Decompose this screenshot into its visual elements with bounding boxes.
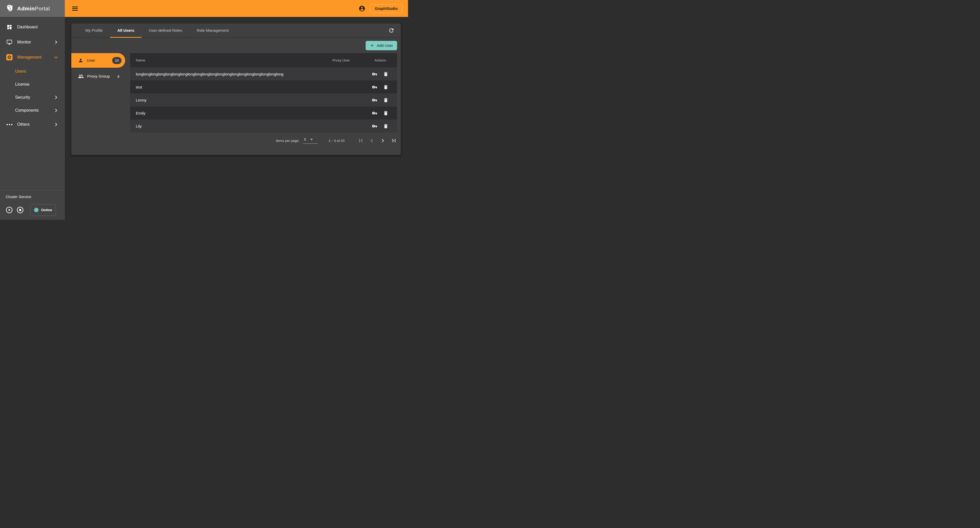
graphstudio-button[interactable]: GraphStudio: [370, 4, 402, 13]
chevron-down-icon: [53, 55, 59, 60]
tab-my-profile[interactable]: My Profile: [78, 24, 110, 37]
sidebar-item-label: Management: [17, 55, 41, 60]
tab-user-defined-roles[interactable]: User-defined Roles: [142, 24, 189, 37]
sidebar-nav: Dashboard Monitor Management: [0, 17, 65, 132]
sidebar-item-monitor[interactable]: Monitor: [0, 35, 65, 50]
col-name: Name: [130, 58, 319, 62]
user-name: Emily: [130, 111, 319, 115]
user-count-badge: 10: [112, 57, 121, 64]
brand-name: AdminPortal: [17, 5, 50, 12]
sidebar-item-label: Components: [15, 108, 39, 113]
sidebar-item-label: Security: [15, 95, 30, 100]
ellipsis-icon: [6, 121, 13, 128]
tab-all-users[interactable]: All Users: [110, 24, 142, 37]
sidebar-item-label: Others: [17, 122, 30, 127]
sidebar-item-license[interactable]: License: [0, 78, 65, 91]
topbar: GraphStudio: [65, 0, 408, 17]
entity-proxy-group[interactable]: Proxy Group 4: [71, 70, 125, 82]
table-toolbar: Add User: [71, 38, 401, 53]
chevron-right-icon: [53, 95, 59, 100]
sidebar-item-dashboard[interactable]: Dashboard: [0, 19, 65, 35]
delete-icon[interactable]: [383, 97, 388, 103]
sidebar-item-label: Dashboard: [17, 25, 37, 29]
key-icon[interactable]: [372, 123, 377, 129]
dropdown-caret-icon: [310, 139, 313, 140]
management-gear-icon: [6, 54, 13, 61]
group-icon: [78, 73, 84, 79]
account-circle-icon[interactable]: [359, 5, 365, 12]
plus-icon: [370, 43, 374, 48]
monitor-icon: [6, 39, 13, 45]
delete-icon[interactable]: [383, 110, 388, 116]
table-row: Lily: [130, 120, 397, 132]
brand-light: Portal: [35, 5, 50, 11]
user-name: Lily: [130, 124, 319, 128]
cluster-status-badge: Online: [30, 204, 56, 216]
table-row: Emily: [130, 107, 397, 120]
next-page-icon[interactable]: [379, 137, 386, 144]
key-icon[interactable]: [372, 85, 377, 90]
users-body: User 10 Proxy Group 4 Name Proxy Use: [71, 53, 401, 144]
user-name: longlonglonglonglonglonglonglonglonglong…: [130, 72, 319, 76]
cluster-service-section: Cluster Service Online: [0, 190, 65, 220]
sidebar-item-label: License: [15, 82, 29, 87]
user-name: Lenny: [130, 98, 319, 102]
key-icon[interactable]: [372, 97, 377, 103]
entity-user-selected[interactable]: User 10: [71, 53, 125, 68]
sidebar-item-label: Users: [15, 69, 26, 74]
dashboard-icon: [6, 24, 13, 30]
main-content: My Profile All Users User-defined Roles …: [65, 17, 408, 220]
chevron-right-icon: [53, 40, 59, 45]
table-row: longlonglonglonglonglonglonglonglonglong…: [130, 67, 397, 80]
cluster-service-title: Cluster Service: [6, 195, 60, 199]
delete-icon[interactable]: [383, 71, 388, 77]
user-name: test: [130, 85, 319, 89]
table-row: Lenny: [130, 94, 397, 107]
sidebar-item-security[interactable]: Security: [0, 91, 65, 104]
entity-user-label: User: [87, 58, 95, 63]
page-range-label: 1 – 5 of 10: [329, 139, 345, 143]
col-actions: Actions: [363, 58, 397, 62]
menu-icon[interactable]: [72, 6, 78, 11]
paginator: Items per page: 5 1 – 5 of 10: [130, 137, 397, 144]
add-user-label: Add User: [377, 43, 393, 48]
add-user-button[interactable]: Add User: [366, 41, 397, 50]
page-size-select[interactable]: 5: [303, 137, 318, 144]
col-proxy-user: Proxy User: [319, 58, 363, 62]
sidebar-item-others[interactable]: Others: [0, 117, 65, 132]
sidebar-item-management[interactable]: Management: [0, 50, 65, 65]
person-icon: [78, 58, 83, 63]
page-size-value: 5: [304, 137, 306, 141]
stop-service-button[interactable]: [17, 206, 24, 214]
items-per-page-label: Items per page:: [276, 139, 299, 143]
delete-icon[interactable]: [383, 85, 388, 90]
logo-block: AdminPortal: [0, 0, 65, 17]
sidebar-item-users[interactable]: Users: [0, 65, 65, 78]
brand-bold: Admin: [17, 5, 35, 11]
users-card: My Profile All Users User-defined Roles …: [71, 24, 401, 155]
admin-portal-app: AdminPortal GraphStudio Dashboard Monito…: [0, 0, 408, 220]
previous-page-icon[interactable]: [369, 137, 375, 144]
tab-bar: My Profile All Users User-defined Roles …: [71, 24, 401, 38]
sidebar-item-label: Monitor: [17, 40, 31, 45]
entity-list: User 10 Proxy Group 4: [71, 53, 125, 144]
table-row: test: [130, 80, 397, 94]
chevron-right-icon: [53, 122, 59, 127]
refresh-icon[interactable]: [388, 27, 395, 33]
start-service-button[interactable]: [6, 206, 13, 214]
online-status-dot: [34, 208, 38, 212]
sidebar-item-components[interactable]: Components: [0, 104, 65, 117]
tiger-logo-icon: [5, 4, 14, 13]
table-header: Name Proxy User Actions: [130, 53, 397, 67]
proxy-group-count: 4: [117, 74, 119, 79]
chevron-right-icon: [53, 108, 59, 113]
entity-proxy-group-label: Proxy Group: [87, 74, 110, 79]
first-page-icon[interactable]: [358, 137, 364, 144]
delete-icon[interactable]: [383, 123, 388, 129]
online-status-label: Online: [41, 208, 52, 212]
key-icon[interactable]: [372, 71, 377, 77]
key-icon[interactable]: [372, 110, 377, 116]
last-page-icon[interactable]: [390, 137, 397, 144]
tabbar-spacer: [236, 24, 388, 37]
tab-role-management[interactable]: Role Management: [189, 24, 236, 37]
